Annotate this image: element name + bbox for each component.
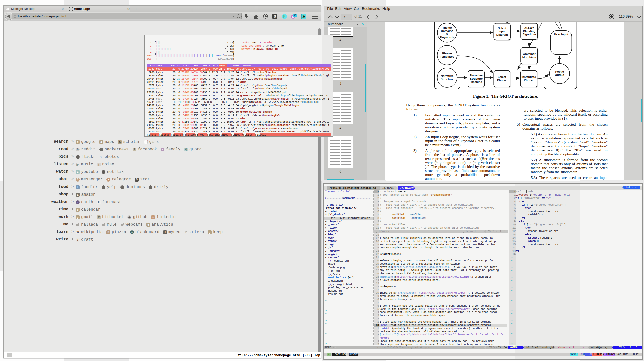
svg-text:Instantiate: Instantiate <box>522 75 536 78</box>
svg-text:Structure: Structure <box>441 78 454 81</box>
svg-text:Diagram: Diagram <box>496 33 508 36</box>
svg-text:Select: Select <box>498 75 506 78</box>
svg-text:Keywords: Keywords <box>440 36 454 39</box>
svg-text:Templates: Templates <box>440 55 454 58</box>
svg-text:&: & <box>446 33 448 36</box>
svg-text:Phrase: Phrase <box>442 52 452 55</box>
svg-text:Domains: Domains <box>441 29 453 32</box>
svg-text:Narrative: Narrative <box>441 74 454 77</box>
svg-text:Morphism: Morphism <box>522 56 536 59</box>
svg-text:Phrase: Phrase <box>524 79 533 82</box>
svg-text:Output: Output <box>555 73 564 76</box>
svg-text:ALLOY: ALLOY <box>524 26 534 29</box>
svg-text:Algorithm: Algorithm <box>522 33 536 36</box>
svg-text:Select: Select <box>498 27 506 30</box>
svg-text:Poetic: Poetic <box>555 70 564 73</box>
svg-text:Theme: Theme <box>442 26 452 29</box>
svg-text:Structure: Structure <box>470 77 483 80</box>
svg-text:Blending: Blending <box>523 30 535 33</box>
svg-text:Input: Input <box>499 30 506 33</box>
svg-text:Machine: Machine <box>471 80 482 83</box>
svg-text:Phrase: Phrase <box>497 79 507 82</box>
svg-text:Narrative: Narrative <box>470 74 483 77</box>
svg-text:User Input: User Input <box>554 33 568 36</box>
svg-text:Grammar: Grammar <box>523 52 536 55</box>
